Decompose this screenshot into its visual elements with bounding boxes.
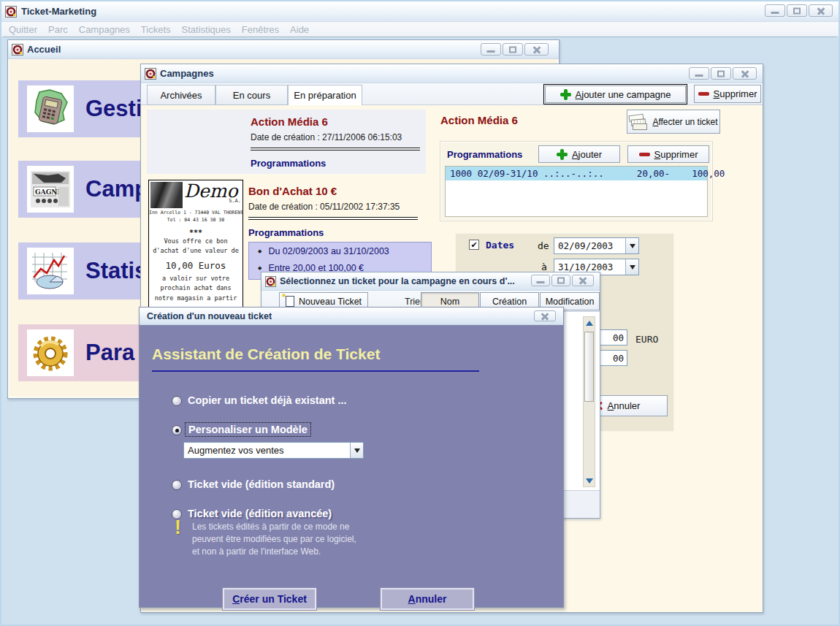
date-to-dropdown-button[interactable] xyxy=(625,259,638,275)
minimize-icon xyxy=(771,12,779,14)
plus-icon xyxy=(557,149,568,160)
newspaper-icon: GAGNE xyxy=(27,166,74,213)
ticket-preview-photo: Demo S.A. xyxy=(149,180,243,210)
menu-statistiques[interactable]: Statistiques xyxy=(182,24,231,35)
close-icon xyxy=(817,7,825,15)
model-combobox[interactable]: Augmentez vos ventes xyxy=(183,442,364,459)
new-ticket-label: Nouveau Ticket xyxy=(299,297,362,307)
chevron-down-icon xyxy=(354,448,360,453)
programmations-panel: Programmations Ajouter Supprimer 1000 02… xyxy=(440,142,712,221)
warning-icon: ! xyxy=(175,516,181,539)
application-window: Ticket-Marketing Quitter Parc Campagnes … xyxy=(0,0,840,626)
home-button-gestion-label: Gesti xyxy=(85,96,142,122)
menu-fenetres[interactable]: Fenêtres xyxy=(242,24,279,35)
maximize-icon xyxy=(793,7,801,14)
select-dialog-icon xyxy=(265,276,276,287)
currency-label: EURO xyxy=(635,334,658,345)
programmations-listbox[interactable]: 1000 02/09-31/10 ..:..-..:.. 20,00- 100,… xyxy=(445,166,708,217)
programmation-row-selected[interactable]: 1000 02/09-31/10 ..:..-..:.. 20,00- 100,… xyxy=(446,167,707,180)
divider xyxy=(248,217,418,220)
menu-parc[interactable]: Parc xyxy=(48,24,68,35)
menu-campagnes[interactable]: Campagnes xyxy=(79,24,130,35)
accueil-title: Accueil xyxy=(27,44,61,55)
date-from-combobox[interactable]: 02/09/2003 xyxy=(554,237,639,254)
ticket-line4: prochain achat dans xyxy=(149,283,243,294)
delete-campaign-button[interactable]: Supprimer xyxy=(694,85,761,103)
home-button-statistiques-label: Statis xyxy=(85,258,147,284)
gear-icon xyxy=(27,329,74,376)
accueil-close-button[interactable] xyxy=(524,43,549,56)
option-empty-standard-label[interactable]: Ticket vide (édition standard) xyxy=(188,478,335,490)
campagnes-title: Campagnes xyxy=(160,68,214,79)
tab-en-preparation[interactable]: En préparation xyxy=(288,85,362,106)
menu-quitter[interactable]: Quitter xyxy=(9,24,37,35)
home-button-campagnes-label: Camp xyxy=(85,176,148,202)
radio-personalize-model[interactable] xyxy=(172,425,182,435)
dates-label: Dates xyxy=(486,240,514,251)
accueil-maximize-button[interactable] xyxy=(503,43,523,56)
ticket-phone: Tel : 04 43 16 30 30 xyxy=(149,217,243,224)
chevron-down-icon xyxy=(630,244,635,248)
ticket-address: Inn Arcelle 1 - 73440 VAL THORENS xyxy=(149,210,243,217)
radio-copy-ticket[interactable] xyxy=(172,396,182,406)
create-ticket-button[interactable]: Créer un Ticket xyxy=(223,588,316,610)
accueil-window-controls xyxy=(481,43,549,56)
create-dialog-title: Création d'un nouveau ticket xyxy=(147,311,272,321)
add-programmation-button[interactable]: Ajouter xyxy=(538,145,620,163)
model-combobox-value: Augmentez vos ventes xyxy=(184,445,350,456)
menu-tickets[interactable]: Tickets xyxy=(141,24,171,35)
tab-en-cours[interactable]: En cours xyxy=(215,85,288,105)
option-empty-advanced-label[interactable]: Ticket vide (édition avancée) xyxy=(188,508,332,519)
date-from-dropdown-button[interactable] xyxy=(625,238,638,253)
cancel-campaign-label: Annuler xyxy=(608,400,641,411)
cancel-create-button[interactable]: Annuler xyxy=(381,588,474,610)
create-ticket-label: Créer un Ticket xyxy=(232,593,307,605)
campagnes-window-controls xyxy=(689,67,757,80)
programmations-label: Programmations xyxy=(447,149,522,160)
date-to-label: à xyxy=(541,262,547,272)
divider xyxy=(251,148,420,150)
select-dialog-maximize-button[interactable] xyxy=(551,275,570,286)
campaign1-programmations-label: Programmations xyxy=(251,158,326,169)
maximize-button[interactable] xyxy=(787,4,807,17)
ticket-line3: a valoir sur votre xyxy=(149,274,243,284)
accueil-titlebar: Accueil xyxy=(8,40,559,59)
affect-ticket-button[interactable]: Affecter un ticket xyxy=(627,110,720,134)
scroll-up-button[interactable] xyxy=(584,317,595,329)
select-dialog-close-button[interactable] xyxy=(572,275,594,286)
campagnes-close-button[interactable] xyxy=(733,67,757,80)
campaign-list-item-1[interactable]: Action Média 6 Date de création : 27/11/… xyxy=(147,110,426,174)
dates-checkbox[interactable]: ✔ xyxy=(469,240,479,250)
select-dialog-minimize-button[interactable] xyxy=(531,275,550,286)
campagnes-window-icon xyxy=(145,68,156,80)
radio-empty-standard[interactable] xyxy=(172,480,182,490)
add-campaign-button-frame: Ajouter une campagne xyxy=(543,84,687,104)
svg-text:GAGNE: GAGNE xyxy=(35,188,63,196)
photo-eyes xyxy=(150,182,183,208)
ticket-list-scrollbar[interactable] xyxy=(583,316,595,487)
campagnes-maximize-button[interactable] xyxy=(711,67,731,80)
minimize-button[interactable] xyxy=(765,4,785,17)
ticket-stack-icon xyxy=(629,114,648,130)
campagnes-minimize-button[interactable] xyxy=(689,67,709,80)
option-personalize-model-label[interactable]: Personaliser un Modèle xyxy=(185,422,311,437)
option-copy-ticket-label[interactable]: Copier un ticket déjà existant ... xyxy=(188,394,347,406)
tab-archivees[interactable]: Archivées xyxy=(147,85,215,105)
select-dialog-title: Sélectionnez un ticket pour la campagne … xyxy=(280,276,515,286)
affect-ticket-label: Affecter un ticket xyxy=(652,117,717,127)
diamond-bullet-icon: ◆ xyxy=(258,248,261,254)
model-dropdown-button[interactable] xyxy=(350,443,363,458)
delete-programmation-button[interactable]: Supprimer xyxy=(627,145,709,163)
scrollbar-thumb[interactable] xyxy=(584,332,594,402)
add-campaign-button[interactable]: Ajouter une campagne xyxy=(545,85,686,103)
menu-aide[interactable]: Aide xyxy=(290,24,309,35)
accueil-minimize-button[interactable] xyxy=(481,43,501,56)
campaign1-created: Date de création : 27/11/2006 06:15:03 xyxy=(251,132,402,142)
close-button[interactable] xyxy=(809,4,833,17)
ticket-line5: notre magasin a partir xyxy=(149,294,243,304)
scroll-down-button[interactable] xyxy=(584,475,595,486)
create-dialog-close-button[interactable] xyxy=(534,310,556,321)
cancel-create-label: Annuler xyxy=(408,593,447,605)
campaign1-name: Action Média 6 xyxy=(251,115,328,128)
date-from-label: de xyxy=(538,240,549,251)
